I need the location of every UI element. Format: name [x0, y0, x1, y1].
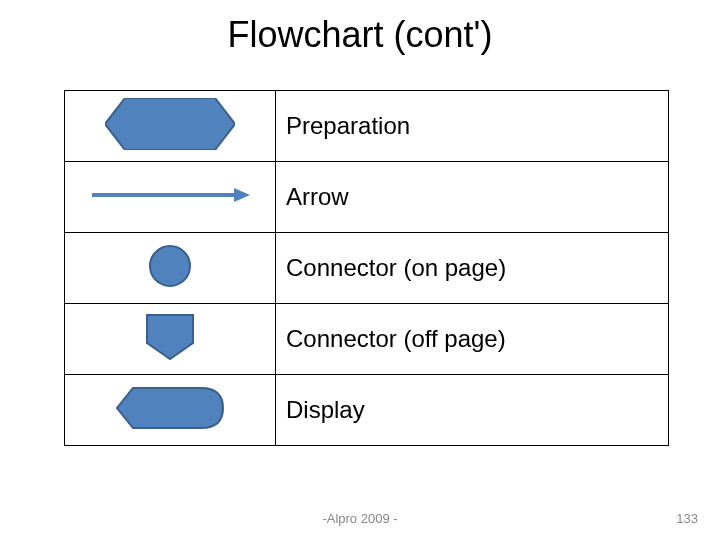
table-row: Display	[65, 375, 669, 446]
svg-point-3	[150, 246, 190, 286]
label-cell: Connector (on page)	[276, 233, 669, 304]
display-icon	[115, 386, 225, 434]
shape-cell-connector-on-page	[65, 233, 276, 304]
label-cell: Preparation	[276, 91, 669, 162]
connector-on-page-icon	[148, 244, 192, 292]
footer-text: -Alpro 2009 -	[0, 511, 720, 526]
shape-cell-connector-off-page	[65, 304, 276, 375]
svg-marker-0	[105, 98, 235, 150]
label-cell: Connector (off page)	[276, 304, 669, 375]
arrow-icon	[90, 185, 250, 209]
page-title: Flowchart (cont')	[0, 14, 720, 56]
table-row: Preparation	[65, 91, 669, 162]
label-cell: Arrow	[276, 162, 669, 233]
svg-marker-2	[234, 188, 250, 202]
table-row: Connector (on page)	[65, 233, 669, 304]
page-number: 133	[676, 511, 698, 526]
connector-off-page-icon	[145, 313, 195, 365]
svg-marker-4	[147, 315, 193, 359]
label-cell: Display	[276, 375, 669, 446]
slide: Flowchart (cont') Preparation	[0, 0, 720, 540]
shape-cell-arrow	[65, 162, 276, 233]
shape-cell-preparation	[65, 91, 276, 162]
preparation-icon	[105, 98, 235, 154]
table-row: Arrow	[65, 162, 669, 233]
shape-cell-display	[65, 375, 276, 446]
flowchart-symbol-table: Preparation Arrow Con	[64, 90, 669, 446]
table-row: Connector (off page)	[65, 304, 669, 375]
